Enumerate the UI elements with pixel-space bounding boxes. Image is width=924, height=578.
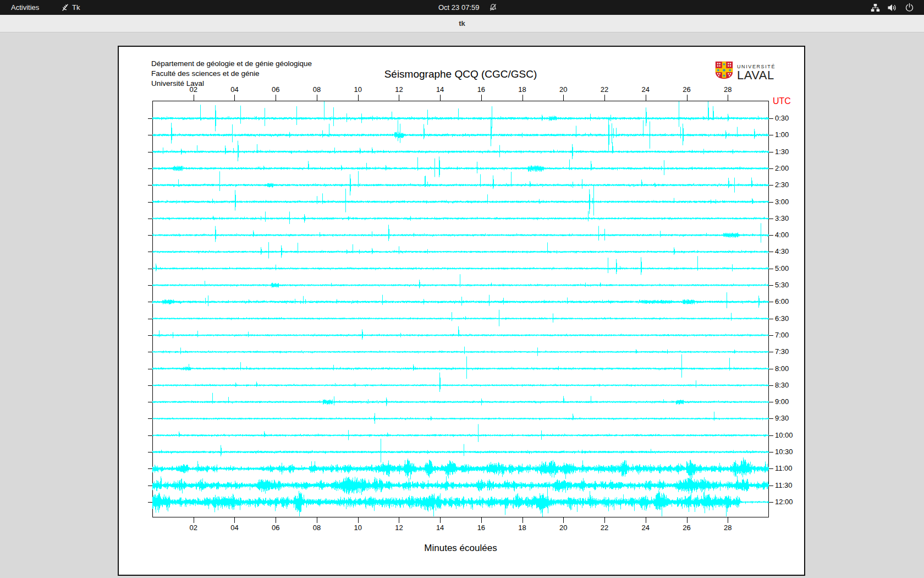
y-tick-mark-right [769,402,773,402]
y-tick-label: 1:30 [775,148,789,156]
app-menu-tk[interactable]: Tk [62,0,80,15]
y-tick-mark-right [769,152,773,152]
clock-button[interactable]: Oct 23 07:59 [438,0,497,15]
seismograph-canvas-area: Département de géologie et de génie géol… [119,47,804,575]
x-tick-label-bottom: 04 [226,524,243,532]
utc-axis-title: UTC [773,96,791,106]
y-tick-label: 8:00 [775,364,789,373]
x-tick-mark-top [481,95,482,101]
network-icon[interactable] [871,0,880,15]
y-tick-mark-right [769,385,773,386]
y-tick-mark-right [769,202,773,203]
x-tick-mark-top [317,95,317,101]
y-tick-label: 5:00 [775,264,789,272]
x-tick-label-top: 22 [596,85,613,94]
y-tick-label: 3:00 [775,198,789,206]
x-tick-label-bottom: 24 [637,524,654,532]
y-tick-mark-left [148,402,152,402]
y-tick-mark-right [769,502,773,503]
y-tick-mark-right [769,168,773,169]
y-tick-mark-left [148,302,152,302]
y-tick-mark-right [769,302,773,302]
x-tick-label-bottom: 10 [349,524,367,532]
power-icon[interactable] [905,0,914,15]
y-tick-label: 0:30 [775,114,789,122]
y-tick-label: 10:30 [775,448,793,456]
x-tick-label-top: 04 [226,85,243,94]
clock-label: Oct 23 07:59 [438,3,479,12]
y-tick-mark-left [148,185,152,186]
x-tick-label-top: 16 [472,85,490,94]
x-tick-label-bottom: 18 [514,524,531,532]
y-tick-label: 8:30 [775,381,789,389]
y-tick-mark-left [148,202,152,203]
x-tick-label-bottom: 08 [308,524,326,532]
x-tick-label-bottom: 16 [472,524,490,532]
x-tick-mark-top [604,95,605,101]
x-tick-label-top: 24 [637,85,654,94]
y-tick-label: 12:00 [775,498,793,506]
app-menu-label: Tk [72,3,80,12]
y-tick-mark-right [769,319,773,319]
x-tick-mark-bottom [563,517,564,523]
y-tick-mark-right [769,335,773,336]
y-tick-mark-right [769,118,773,119]
x-tick-mark-top [194,95,194,101]
y-tick-mark-right [769,285,773,286]
x-tick-label-top: 10 [349,85,367,94]
y-tick-label: 7:00 [775,331,789,339]
y-tick-mark-left [148,118,152,119]
header-line-1: Département de géologie et de génie géol… [151,59,312,69]
seismograph-window: Département de géologie et de génie géol… [118,46,805,576]
x-tick-mark-bottom [646,517,646,523]
volume-icon[interactable] [887,0,897,15]
y-tick-mark-right [769,452,773,452]
logo-wordmark: UNIVERSITÉ LAVAL [737,61,776,81]
y-tick-mark-right [769,418,773,419]
seismogram-traces [152,101,769,517]
x-tick-label-bottom: 12 [390,524,408,532]
y-tick-mark-left [148,269,152,269]
x-tick-mark-bottom [358,517,359,523]
window-title-bar: tk [0,15,924,32]
y-tick-mark-left [148,168,152,169]
x-tick-label-top: 28 [719,85,736,94]
bell-slash-icon [489,3,497,12]
y-tick-mark-left [148,435,152,436]
y-tick-mark-right [769,269,773,269]
x-tick-mark-top [687,95,688,101]
x-tick-label-top: 02 [185,85,202,94]
y-tick-mark-right [769,135,773,135]
y-tick-mark-left [148,369,152,369]
system-top-bar: Activities Tk Oct 23 07:59 [0,0,924,15]
y-tick-label: 11:00 [775,464,793,472]
x-tick-mark-bottom [687,517,688,523]
x-tick-mark-bottom [728,517,728,523]
activities-label: Activities [11,3,39,12]
y-tick-mark-left [148,252,152,252]
x-tick-label-bottom: 22 [596,524,613,532]
x-tick-label-top: 06 [267,85,284,94]
y-tick-label: 7:30 [775,347,789,356]
y-tick-mark-left [148,452,152,452]
y-tick-mark-left [148,152,152,152]
x-tick-label-top: 20 [554,85,572,94]
y-tick-label: 10:00 [775,431,793,439]
y-tick-mark-right [769,235,773,236]
window-title: tk [0,15,924,32]
y-tick-mark-left [148,486,152,486]
x-tick-label-bottom: 06 [267,524,284,532]
x-tick-label-bottom: 14 [431,524,449,532]
x-tick-mark-bottom [194,517,194,523]
y-tick-label: 3:30 [775,214,789,222]
plot-title: Séismographe QCQ (CGC/GSC) [152,68,769,80]
x-tick-mark-top [646,95,646,101]
y-tick-label: 11:30 [775,481,793,489]
y-tick-label: 1:00 [775,130,789,139]
x-tick-mark-bottom [234,517,235,523]
logo-shield-icon [715,61,733,81]
x-tick-label-top: 08 [308,85,326,94]
activities-button[interactable]: Activities [11,0,39,15]
tk-feather-icon [62,3,69,12]
x-tick-mark-bottom [317,517,317,523]
